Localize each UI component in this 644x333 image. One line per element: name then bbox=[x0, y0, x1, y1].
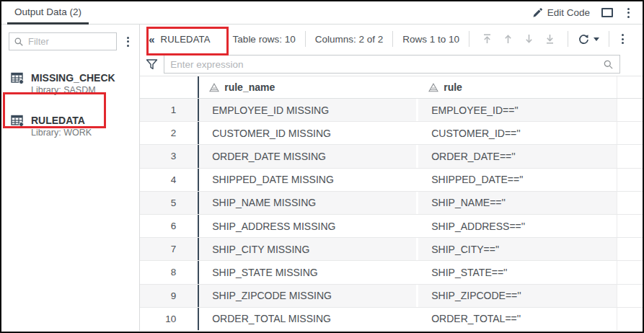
cell-text: SHIP_ADDRESS MISSING bbox=[212, 221, 335, 232]
dataset-icon bbox=[11, 72, 25, 84]
cell-text: SHIPPED_DATE=='' bbox=[431, 174, 523, 185]
table-toolbar: « RULEDATA Table rows: 10 Columns: 2 of … bbox=[140, 25, 643, 53]
cell-text: ORDER_TOTAL=='' bbox=[431, 313, 521, 324]
table-more-options-icon[interactable] bbox=[619, 32, 627, 45]
table-row: 3ORDER_DATE MISSINGORDER_DATE=='' bbox=[140, 145, 643, 168]
table-row: 4SHIPPED_DATE MISSINGSHIPPED_DATE=='' bbox=[140, 169, 643, 192]
sidebar-filter-input[interactable] bbox=[28, 36, 112, 47]
grid-empty-area bbox=[617, 145, 643, 167]
dataset-name: MISSING_CHECK bbox=[31, 72, 115, 84]
cell-text: SHIP_CITY MISSING bbox=[212, 244, 309, 255]
rule-cell[interactable]: SHIP_CITY=='' bbox=[418, 238, 617, 260]
row-number-cell[interactable]: 6 bbox=[140, 215, 199, 237]
go-to-last-rows-icon[interactable] bbox=[544, 33, 555, 45]
rule-name-cell[interactable]: SHIP_CITY MISSING bbox=[199, 238, 416, 260]
toolbar-divider bbox=[568, 31, 568, 47]
output-data-window: Output Data (2) Edit Code bbox=[0, 0, 644, 333]
window-more-options-icon[interactable] bbox=[625, 6, 632, 19]
row-number-header bbox=[140, 76, 199, 98]
tab-output-data[interactable]: Output Data (2) bbox=[14, 6, 81, 19]
rule-name-cell[interactable]: SHIP_NAME MISSING bbox=[199, 192, 416, 214]
character-type-icon bbox=[209, 83, 219, 92]
cell-text: SHIP_ZIPCODE MISSING bbox=[212, 290, 332, 301]
row-number-cell[interactable]: 3 bbox=[140, 145, 199, 167]
rule-name-cell[interactable]: SHIPPED_DATE MISSING bbox=[199, 169, 416, 191]
output-data-sidebar: MISSING_CHECK Library: SASDM RULEDATA Li… bbox=[1, 25, 140, 331]
cell-text: ORDER_TOTAL MISSING bbox=[212, 313, 331, 324]
title-bar: Output Data (2) Edit Code bbox=[1, 1, 643, 25]
columns-count: Columns: 2 of 2 bbox=[315, 34, 384, 45]
rule-name-cell[interactable]: SHIP_STATE MISSING bbox=[199, 261, 416, 283]
rows-range: Rows 1 to 10 bbox=[402, 34, 459, 45]
dataset-item-ruledata[interactable]: RULEDATA Library: WORK bbox=[1, 110, 139, 143]
rule-cell[interactable]: SHIPPED_DATE=='' bbox=[418, 169, 617, 191]
table-row: 9SHIP_ZIPCODE MISSINGSHIP_ZIPCODE=='' bbox=[140, 285, 643, 308]
grid-body: 1EMPLOYEE_ID MISSINGEMPLOYEE_ID==''2CUST… bbox=[140, 99, 643, 331]
row-number-cell[interactable]: 8 bbox=[140, 261, 199, 283]
data-grid: rule_name rule 1EMPLOYEE_ID MISSINGEMPLO… bbox=[140, 76, 643, 331]
open-table-button[interactable]: « RULEDATA bbox=[146, 32, 213, 47]
grid-empty-area bbox=[617, 215, 643, 237]
dataset-icon bbox=[11, 115, 25, 127]
table-row: 10ORDER_TOTAL MISSINGORDER_TOTAL=='' bbox=[140, 308, 643, 331]
table-row: 5SHIP_NAME MISSINGSHIP_NAME=='' bbox=[140, 192, 643, 215]
cell-text: SHIP_STATE MISSING bbox=[212, 267, 318, 278]
dataset-library: Library: WORK bbox=[31, 127, 92, 138]
column-header-rule-name[interactable]: rule_name bbox=[199, 76, 416, 98]
rule-cell[interactable]: CUSTOMER_ID=='' bbox=[418, 122, 617, 144]
rule-cell[interactable]: ORDER_DATE=='' bbox=[418, 145, 617, 167]
go-to-first-rows-icon[interactable] bbox=[482, 33, 493, 45]
rule-cell[interactable]: SHIP_STATE=='' bbox=[418, 261, 617, 283]
toolbar-divider bbox=[469, 31, 469, 47]
rule-name-cell[interactable]: ORDER_TOTAL MISSING bbox=[199, 308, 416, 330]
rule-name-cell[interactable]: SHIP_ZIPCODE MISSING bbox=[199, 285, 416, 307]
rule-name-cell[interactable]: EMPLOYEE_ID MISSING bbox=[199, 99, 416, 121]
grid-empty-area bbox=[617, 261, 643, 283]
row-number-cell[interactable]: 7 bbox=[140, 238, 199, 260]
rule-name-cell[interactable]: ORDER_DATE MISSING bbox=[199, 145, 416, 167]
cell-text: ORDER_DATE=='' bbox=[431, 151, 515, 162]
previous-rows-icon[interactable] bbox=[503, 33, 513, 45]
column-header-label: rule_name bbox=[224, 81, 275, 93]
filter-funnel-icon[interactable] bbox=[146, 58, 158, 71]
next-rows-icon[interactable] bbox=[524, 33, 534, 45]
sidebar-filter-box[interactable] bbox=[9, 32, 117, 50]
dataset-item-missing-check[interactable]: MISSING_CHECK Library: SASDM bbox=[1, 68, 139, 100]
search-icon bbox=[603, 59, 614, 70]
rule-cell[interactable]: SHIP_ZIPCODE=='' bbox=[418, 285, 617, 307]
cell-text: SHIPPED_DATE MISSING bbox=[212, 174, 334, 185]
grid-empty-area bbox=[617, 169, 643, 191]
refresh-button[interactable] bbox=[578, 33, 599, 45]
cell-text: SHIP_STATE=='' bbox=[431, 267, 507, 278]
rule-cell[interactable]: EMPLOYEE_ID=='' bbox=[418, 99, 617, 121]
chevron-double-left-icon: « bbox=[149, 33, 154, 45]
rule-name-cell[interactable]: CUSTOMER_ID MISSING bbox=[199, 122, 416, 144]
row-number-cell[interactable]: 1 bbox=[140, 99, 199, 121]
column-header-rule[interactable]: rule bbox=[418, 76, 617, 98]
table-row: 1EMPLOYEE_ID MISSINGEMPLOYEE_ID=='' bbox=[140, 99, 643, 122]
cell-text: SHIP_CITY=='' bbox=[431, 244, 499, 255]
toolbar-divider bbox=[392, 31, 393, 47]
maximize-icon[interactable] bbox=[601, 8, 613, 17]
row-number-cell[interactable]: 5 bbox=[140, 192, 199, 214]
rule-name-cell[interactable]: SHIP_ADDRESS MISSING bbox=[199, 215, 416, 237]
expression-input-box[interactable] bbox=[164, 55, 620, 74]
rule-cell[interactable]: ORDER_TOTAL=='' bbox=[418, 308, 617, 330]
row-number-cell[interactable]: 4 bbox=[140, 169, 199, 191]
row-number-cell[interactable]: 10 bbox=[140, 308, 199, 330]
table-rows-count: Table rows: 10 bbox=[233, 34, 296, 45]
filter-expression-bar bbox=[140, 53, 643, 75]
rule-cell[interactable]: SHIP_NAME=='' bbox=[418, 192, 617, 214]
cell-text: SHIP_ZIPCODE=='' bbox=[431, 290, 521, 301]
toolbar-divider bbox=[609, 31, 609, 47]
grid-empty-area bbox=[617, 122, 643, 144]
row-number-cell[interactable]: 2 bbox=[140, 122, 199, 144]
table-row: 7SHIP_CITY MISSINGSHIP_CITY=='' bbox=[140, 238, 643, 261]
dataset-library: Library: SASDM bbox=[31, 84, 115, 96]
edit-code-button[interactable]: Edit Code bbox=[532, 7, 590, 18]
expression-input[interactable] bbox=[170, 59, 599, 70]
table-row: 2CUSTOMER_ID MISSINGCUSTOMER_ID=='' bbox=[140, 122, 643, 145]
sidebar-more-options-icon[interactable] bbox=[124, 35, 132, 48]
rule-cell[interactable]: SHIP_ADDRESS=='' bbox=[418, 215, 617, 237]
row-number-cell[interactable]: 9 bbox=[140, 285, 199, 307]
